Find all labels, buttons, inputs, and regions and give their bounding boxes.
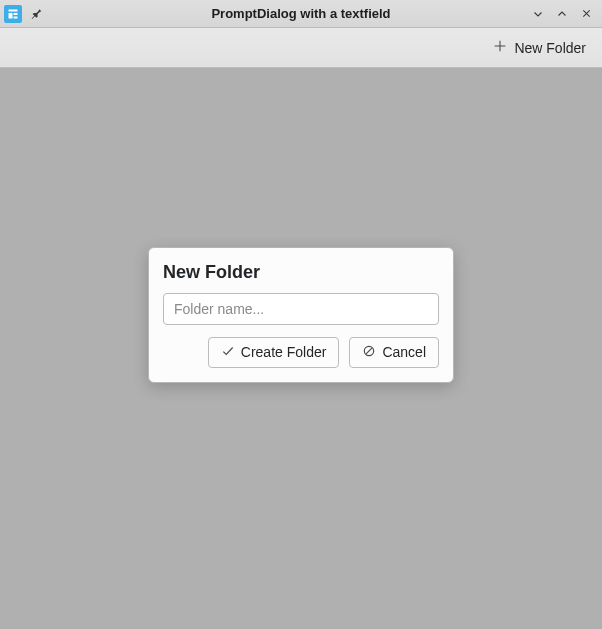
create-folder-button-label: Create Folder xyxy=(241,344,327,360)
titlebar-controls xyxy=(530,6,602,22)
cancel-button-label: Cancel xyxy=(382,344,426,360)
pin-icon[interactable] xyxy=(28,6,44,22)
new-folder-action-label: New Folder xyxy=(514,40,586,56)
titlebar-left-group xyxy=(0,5,44,23)
cancel-button[interactable]: Cancel xyxy=(349,337,439,368)
create-folder-button[interactable]: Create Folder xyxy=(208,337,340,368)
plus-icon xyxy=(492,38,508,57)
prompt-dialog: New Folder Create Folder Cancel xyxy=(148,247,454,383)
new-folder-action[interactable]: New Folder xyxy=(486,34,592,61)
app-icon xyxy=(4,5,22,23)
dialog-title: New Folder xyxy=(163,262,439,283)
window-title: PromptDialog with a textfield xyxy=(211,6,390,21)
maximize-button[interactable] xyxy=(554,6,570,22)
dialog-button-row: Create Folder Cancel xyxy=(163,337,439,368)
toolbar: New Folder xyxy=(0,28,602,68)
check-icon xyxy=(221,344,235,361)
close-button[interactable] xyxy=(578,6,594,22)
folder-name-input[interactable] xyxy=(163,293,439,325)
minimize-button[interactable] xyxy=(530,6,546,22)
cancel-icon xyxy=(362,344,376,361)
window-titlebar: PromptDialog with a textfield xyxy=(0,0,602,28)
